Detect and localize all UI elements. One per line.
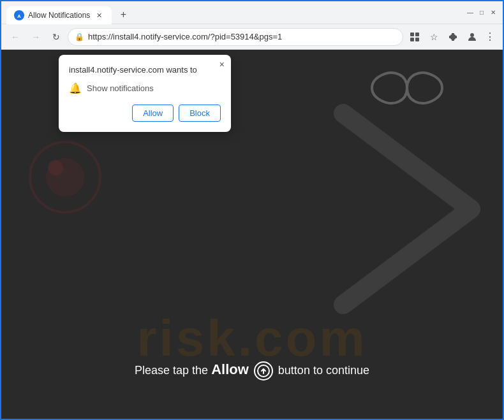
watermark-text: risk.com [1,309,503,368]
bookmark-button[interactable]: ☆ [425,28,443,46]
refresh-button[interactable]: ↻ [47,28,65,46]
menu-button[interactable]: ⋮ [482,31,498,43]
circle-arrow-icon [254,361,273,380]
instruction-allow: Allow [211,361,249,377]
maximize-button[interactable]: □ [477,8,486,17]
block-button[interactable]: Block [179,105,221,122]
window-controls: — □ ✕ [466,8,498,17]
toolbar-right: ☆ ⋮ [406,28,498,46]
new-tab-button[interactable]: + [114,6,132,24]
close-button[interactable]: ✕ [489,8,498,17]
tab-favicon: A [14,10,24,20]
profile-button[interactable] [463,28,481,46]
svg-rect-5 [415,38,419,41]
svg-rect-3 [415,33,419,36]
popup-permission-text: Show notifications [87,83,154,93]
minimize-button[interactable]: — [466,8,475,17]
extensions-puzzle-button[interactable] [444,28,462,46]
bg-circle-logo [27,139,103,215]
address-bar: ← → ↻ 🔒 https://install4.notify-service.… [1,24,503,50]
tab-close-button[interactable]: ✕ [94,10,104,20]
instruction-post: button to continue [278,364,369,377]
extensions-button[interactable] [406,28,424,46]
forward-button[interactable]: → [27,28,45,46]
popup-domain: install4.notify-service.com wants to [69,65,221,75]
popup-permission-row: 🔔 Show notifications [69,82,221,94]
bottom-instruction: Please tap the Allow button to continue [1,361,503,380]
active-tab[interactable]: A Allow Notifications ✕ [6,6,112,24]
url-text: https://install4.notify-service.com/?pid… [88,32,396,41]
svg-rect-2 [410,33,414,36]
popup-buttons: Allow Block [69,105,221,122]
lock-icon: 🔒 [75,33,84,41]
svg-rect-4 [410,38,414,41]
bell-icon: 🔔 [69,82,82,94]
tab-title: Allow Notifications [28,11,90,20]
popup-close-button[interactable]: × [219,60,225,69]
svg-point-6 [470,33,474,37]
url-bar[interactable]: 🔒 https://install4.notify-service.com/?p… [68,28,403,46]
page-content: risk.com × install4.notify-service.com w… [1,50,503,419]
title-bar: A Allow Notifications ✕ + — □ ✕ [1,1,503,24]
tab-area: A Allow Notifications ✕ + [6,1,461,24]
notification-popup: × install4.notify-service.com wants to 🔔… [59,55,231,132]
browser-window: A Allow Notifications ✕ + — □ ✕ ← → ↻ 🔒 … [0,0,504,420]
instruction-pre: Please tap the [135,364,208,377]
svg-point-9 [48,160,63,175]
back-button[interactable]: ← [6,28,24,46]
allow-button[interactable]: Allow [132,105,174,122]
svg-text:A: A [17,13,21,19]
